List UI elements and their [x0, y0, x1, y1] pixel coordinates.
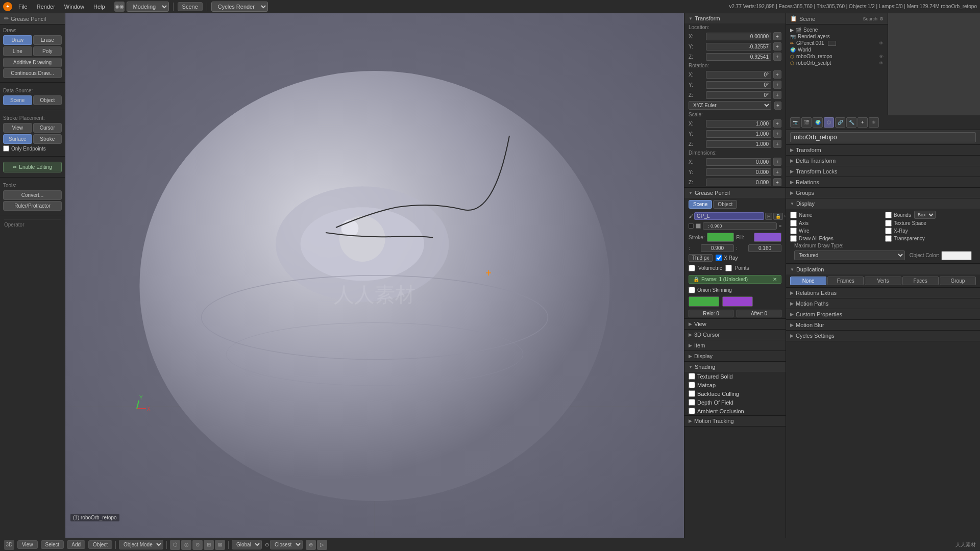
- gp-scene-tab[interactable]: Scene: [689, 200, 712, 209]
- opengl-icon[interactable]: ▷: [317, 540, 327, 550]
- additive-drawing-btn[interactable]: Additive Drawing: [3, 58, 62, 67]
- gp-layer-input[interactable]: [694, 212, 764, 220]
- add-btn[interactable]: Add: [67, 540, 85, 549]
- vp-icon4[interactable]: ⊞: [204, 540, 214, 550]
- render-menu[interactable]: Render: [33, 3, 59, 11]
- relations-extras-section[interactable]: ▶ Relations Extras: [786, 288, 980, 298]
- rot-y-input[interactable]: [706, 81, 771, 89]
- axis-check[interactable]: [790, 220, 797, 227]
- onion-before-color[interactable]: [689, 296, 719, 307]
- roborb-retopo-item[interactable]: ⬡ roboOrb_retopo 👁: [786, 53, 888, 60]
- constraints-tab-icon[interactable]: 🔗: [835, 117, 845, 128]
- gp-xray-check[interactable]: [716, 255, 722, 261]
- gp-points-check[interactable]: [725, 265, 732, 271]
- loc-x-plus[interactable]: +: [773, 32, 781, 40]
- only-endpoints-checkbox[interactable]: [3, 145, 9, 152]
- relations-section[interactable]: ▶ Relations: [786, 177, 980, 188]
- vp-icon2[interactable]: ◎: [181, 540, 191, 550]
- dup-frames-btn[interactable]: Frames: [827, 277, 864, 285]
- obj-name-input[interactable]: [790, 132, 976, 142]
- matcap-check[interactable]: [689, 382, 695, 388]
- vp-icon3[interactable]: ⊙: [192, 540, 203, 550]
- surface-btn[interactable]: Surface: [3, 134, 32, 144]
- transparency-check[interactable]: [885, 235, 892, 242]
- gp-panel-header[interactable]: ▼ Grease Pencil: [684, 188, 786, 198]
- roborb-sculpt-item[interactable]: ⬡ roboOrb_sculpt 👁: [786, 60, 888, 66]
- before-val[interactable]: Relo: 0: [689, 310, 733, 317]
- rotation-mode-select[interactable]: XYZ Euler: [689, 101, 771, 110]
- rot-z-input[interactable]: [706, 91, 771, 99]
- cursor-btn[interactable]: Cursor: [33, 123, 62, 133]
- vp-icon5[interactable]: ⊠: [215, 540, 225, 550]
- render-tab-icon[interactable]: 📷: [790, 117, 800, 128]
- scene-source-btn[interactable]: Scene: [3, 95, 32, 105]
- workspace-select[interactable]: Modeling: [127, 2, 169, 12]
- motion-paths-section[interactable]: ▶ Motion Paths: [786, 298, 980, 309]
- ao-check[interactable]: [689, 408, 695, 414]
- display-obj-header[interactable]: ▼ Display: [786, 198, 980, 209]
- transform-orientation-select[interactable]: Global: [232, 540, 262, 549]
- scl-z-plus[interactable]: +: [773, 140, 781, 148]
- duplication-header[interactable]: ▼ Duplication: [786, 264, 980, 274]
- physics-tab-icon[interactable]: ⚛: [869, 117, 879, 128]
- scl-y-plus[interactable]: +: [773, 130, 781, 138]
- scl-x-input[interactable]: [706, 120, 771, 128]
- tex-space-check[interactable]: [885, 220, 892, 227]
- object-source-btn[interactable]: Object: [33, 95, 62, 105]
- xray-check[interactable]: [885, 228, 892, 234]
- draw-all-check[interactable]: [790, 235, 797, 242]
- name-check[interactable]: [790, 212, 797, 218]
- object-mode-select[interactable]: Object Mode: [119, 540, 163, 549]
- gp-thickness-val[interactable]: Th:3 px: [689, 254, 713, 262]
- loc-x-input[interactable]: [706, 33, 771, 40]
- view-bottom-btn[interactable]: View: [17, 540, 38, 549]
- object-bottom-btn[interactable]: Object: [88, 540, 112, 549]
- window-menu[interactable]: Window: [60, 3, 88, 11]
- enable-editing-btn[interactable]: ✏ Enable Editing: [3, 162, 62, 172]
- scl-z-input[interactable]: [706, 140, 771, 148]
- erase-btn[interactable]: Erase: [33, 35, 62, 45]
- poly-btn[interactable]: Poly: [33, 46, 62, 56]
- groups-section[interactable]: ▶ Groups: [786, 188, 980, 198]
- world-tab-icon[interactable]: 🌍: [813, 117, 823, 128]
- scl-y-input[interactable]: [706, 130, 771, 138]
- bounds-type-select[interactable]: Box: [914, 211, 936, 219]
- gp-object-tab[interactable]: Object: [713, 200, 737, 209]
- scene-item[interactable]: ▶ 🎬 Scene: [786, 27, 888, 33]
- object-tab-icon[interactable]: ⬡: [824, 117, 834, 128]
- onion-skinning-check[interactable]: [689, 287, 695, 293]
- snap-type-select[interactable]: Closest: [270, 540, 303, 549]
- cycles-settings-section[interactable]: ▶ Cycles Settings: [786, 331, 980, 341]
- gp-opacity-input[interactable]: [703, 222, 777, 230]
- scene-tab-icon[interactable]: 🎬: [801, 117, 812, 128]
- gp-fill-val[interactable]: 0.160: [748, 244, 781, 252]
- gp-stroke-color[interactable]: [707, 233, 734, 242]
- render-layers-item[interactable]: 📷 RenderLayers: [786, 33, 888, 40]
- display-section[interactable]: ▶ Display: [684, 351, 786, 362]
- transform-header[interactable]: ▼ Transform: [684, 13, 786, 23]
- convert-btn[interactable]: Convert...: [3, 190, 62, 200]
- obj-color-swatch[interactable]: [941, 251, 972, 260]
- dup-verts-btn[interactable]: Verts: [865, 277, 901, 285]
- gpencil-item[interactable]: ✏ GPencil.001 👁: [786, 40, 888, 46]
- file-menu[interactable]: File: [14, 3, 32, 11]
- render-engine-select[interactable]: Cycles Render: [211, 2, 268, 12]
- loc-z-plus[interactable]: +: [773, 53, 781, 61]
- rot-z-plus[interactable]: +: [773, 91, 781, 99]
- proportional-icon[interactable]: ⊕: [306, 540, 316, 550]
- motion-blur-section[interactable]: ▶ Motion Blur: [786, 320, 980, 331]
- draw-btn[interactable]: Draw: [3, 35, 32, 45]
- dof-check[interactable]: [689, 399, 695, 406]
- particles-tab-icon[interactable]: ✦: [857, 117, 868, 128]
- after-val[interactable]: After: 0: [737, 310, 781, 317]
- stroke-btn[interactable]: Stroke: [33, 134, 62, 144]
- select-btn[interactable]: Select: [41, 540, 64, 549]
- frame-bar[interactable]: 🔒 Frame: 1 (Unlocked) ✕: [689, 275, 781, 284]
- ruler-btn[interactable]: Ruler/Protractor: [3, 201, 62, 211]
- view-btn[interactable]: View: [3, 123, 32, 133]
- custom-props-section[interactable]: ▶ Custom Properties: [786, 309, 980, 320]
- dim-z-input[interactable]: [706, 179, 771, 186]
- scl-x-plus[interactable]: +: [773, 119, 781, 128]
- dup-faces-btn[interactable]: Faces: [902, 277, 939, 285]
- rot-x-input[interactable]: [706, 71, 771, 79]
